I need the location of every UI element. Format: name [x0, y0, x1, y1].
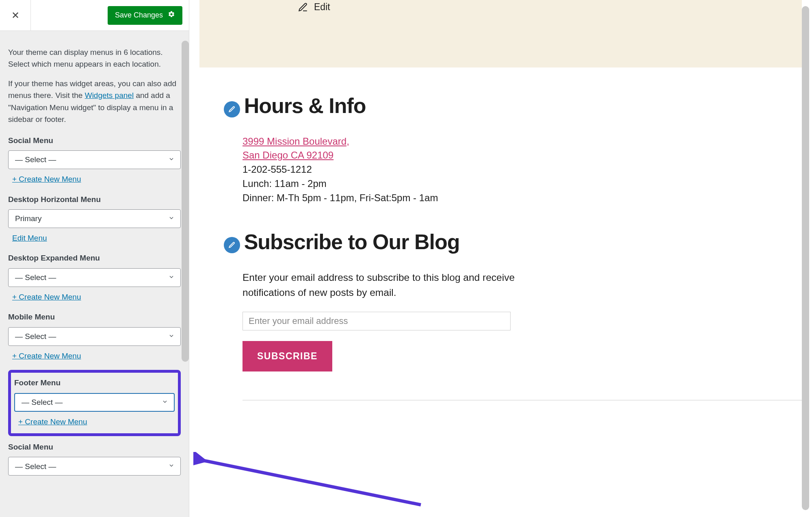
desktop-horizontal-menu-select[interactable]: Primary [8, 209, 181, 228]
edit-shortcut-hours[interactable] [224, 101, 240, 117]
preview-content: Hours & Info 3999 Mission Boulevard, San… [199, 67, 802, 417]
edit-menu-link[interactable]: Edit Menu [12, 232, 47, 244]
divider [243, 400, 803, 400]
sidebar-body: Your theme can display menus in 6 locati… [0, 31, 189, 517]
edit-label: Edit [314, 2, 330, 13]
footer-menu-select[interactable]: — Select — [14, 393, 175, 412]
menu-section-mobile: Mobile Menu — Select — + Create New Menu [8, 311, 181, 362]
hours-heading: Hours & Info [244, 94, 366, 117]
save-label: Save Changes [115, 11, 163, 20]
hours-info-block: 3999 Mission Boulevard, San Diego CA 921… [243, 135, 777, 205]
hours-heading-row: Hours & Info [224, 93, 777, 120]
chevron-down-icon [168, 330, 175, 342]
menu-label: Social Menu [8, 135, 181, 146]
close-button[interactable]: ✕ [0, 0, 31, 31]
menu-section-desktop-horizontal: Desktop Horizontal Menu Primary Edit Men… [8, 193, 181, 244]
close-icon: ✕ [11, 10, 19, 21]
chevron-down-icon [168, 272, 175, 283]
pencil-box-icon [298, 2, 308, 13]
preview-pane: Edit Hours & Info 3999 Mission Boulevard… [189, 0, 812, 517]
menu-label: Footer Menu [14, 377, 175, 389]
dinner-hours: Dinner: M-Th 5pm - 11pm, Fri-Sat:5pm - 1… [243, 191, 777, 205]
address-link[interactable]: 3999 Mission Boulevard, San Diego CA 921… [243, 136, 349, 161]
menu-label: Desktop Expanded Menu [8, 252, 181, 264]
lunch-hours: Lunch: 11am - 2pm [243, 177, 777, 191]
chevron-down-icon [168, 461, 175, 472]
phone: 1-202-555-1212 [243, 163, 777, 177]
save-changes-button[interactable]: Save Changes [108, 6, 182, 25]
sidebar-header: ✕ Save Changes [0, 0, 189, 31]
chevron-down-icon [168, 154, 175, 165]
description: Your theme can display menus in 6 locati… [8, 46, 181, 126]
email-input[interactable]: Enter your email address [243, 312, 511, 330]
create-menu-link[interactable]: + Create New Menu [12, 350, 81, 362]
menu-section-desktop-expanded: Desktop Expanded Menu — Select — + Creat… [8, 252, 181, 303]
edit-shortcut-top[interactable]: Edit [208, 2, 330, 13]
customizer-sidebar: ✕ Save Changes Your theme can display me… [0, 0, 189, 517]
menu-label: Mobile Menu [8, 311, 181, 323]
subscribe-heading-row: Subscribe to Our Blog [224, 230, 777, 256]
mobile-menu-select[interactable]: — Select — [8, 327, 181, 346]
social-menu-select-2[interactable]: — Select — [8, 457, 181, 476]
create-menu-link[interactable]: + Create New Menu [12, 291, 81, 303]
desktop-expanded-menu-select[interactable]: — Select — [8, 268, 181, 287]
menu-section-social: Social Menu — Select — + Create New Menu [8, 135, 181, 185]
menu-label: Desktop Horizontal Menu [8, 193, 181, 205]
footer-menu-highlight: Footer Menu — Select — + Create New Menu [8, 370, 181, 436]
create-menu-link[interactable]: + Create New Menu [12, 173, 81, 185]
edit-shortcut-subscribe[interactable] [224, 237, 240, 253]
menu-label: Social Menu [8, 441, 181, 453]
widgets-panel-link[interactable]: Widgets panel [85, 91, 134, 100]
social-menu-select[interactable]: — Select — [8, 150, 181, 169]
chevron-down-icon [168, 213, 175, 224]
menu-section-social-2: Social Menu — Select — [8, 441, 181, 476]
subscribe-description: Enter your email address to subscribe to… [243, 270, 519, 300]
sidebar-scrollbar[interactable] [182, 41, 189, 362]
preview-header-area: Edit [199, 0, 802, 67]
chevron-down-icon [162, 396, 168, 408]
gear-icon [168, 11, 175, 20]
subscribe-button[interactable]: SUBSCRIBE [243, 341, 332, 371]
intro-p1: Your theme can display menus in 6 locati… [8, 46, 181, 70]
intro-p2: If your theme has widget areas, you can … [8, 78, 181, 126]
create-menu-link[interactable]: + Create New Menu [18, 416, 87, 428]
subscribe-heading: Subscribe to Our Blog [244, 230, 460, 254]
preview-scrollbar[interactable] [802, 6, 809, 510]
